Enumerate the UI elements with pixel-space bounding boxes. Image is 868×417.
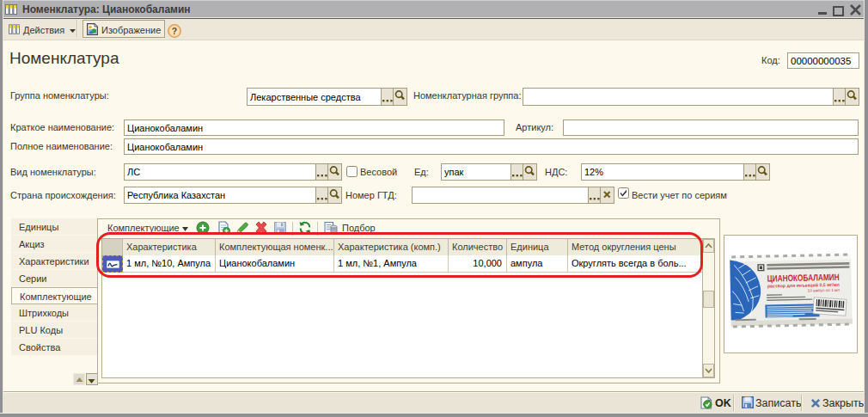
svg-text:10 ампул по 1 мл: 10 ампул по 1 мл xyxy=(807,288,840,293)
svg-text:?: ? xyxy=(172,26,177,36)
